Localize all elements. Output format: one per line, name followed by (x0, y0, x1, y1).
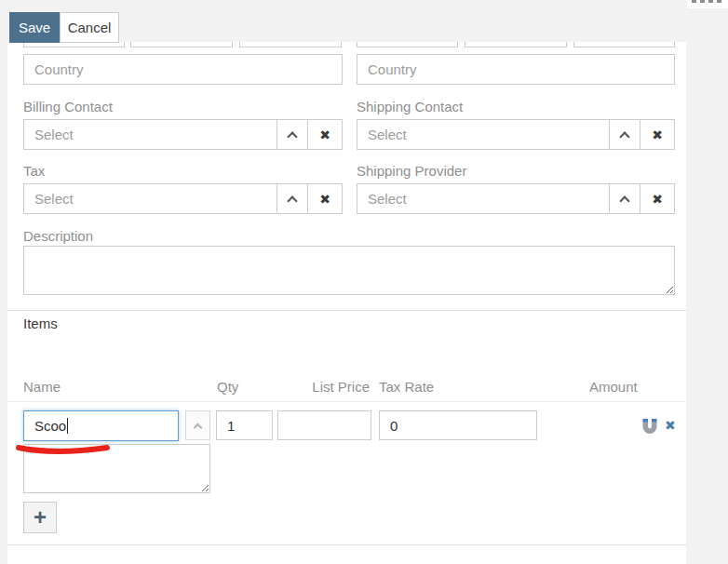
shipping-contact-clear-button[interactable]: ✖ (640, 120, 674, 149)
shipping-contact-value[interactable]: Select (357, 120, 609, 149)
item-name-value: Scoo (34, 418, 66, 434)
tax-select[interactable]: Select ✖ (23, 183, 343, 214)
chevron-up-icon (619, 131, 629, 141)
edit-form-page: Billing Contact Shipping Contact Select … (0, 0, 728, 564)
shipping-provider-clear-button[interactable]: ✖ (640, 184, 674, 213)
chevron-up-icon (194, 423, 203, 432)
item-tax-rate-input[interactable] (379, 410, 537, 440)
shipping-provider-lookup-button[interactable] (609, 184, 640, 213)
add-item-button[interactable]: + (23, 502, 57, 533)
clipped-address-input[interactable] (465, 42, 567, 47)
bottom-divider (7, 544, 686, 545)
shipping-provider-value[interactable]: Select (357, 184, 609, 213)
clear-x-icon: ✖ (652, 128, 663, 142)
cancel-button[interactable]: Cancel (60, 12, 119, 43)
column-header-name: Name (23, 379, 61, 395)
tax-lookup-button[interactable] (276, 184, 307, 213)
clear-x-icon: ✖ (319, 192, 330, 207)
items-section-title: Items (23, 316, 58, 331)
billing-contact-label: Billing Contact (23, 99, 113, 115)
billing-country-input[interactable] (23, 54, 343, 85)
billing-contact-select[interactable]: Select ✖ (23, 119, 343, 150)
chevron-up-icon (287, 195, 297, 206)
plus-icon: + (34, 504, 47, 530)
chevron-up-icon (287, 131, 297, 141)
billing-contact-clear-button[interactable]: ✖ (307, 120, 342, 149)
text-caret (67, 418, 68, 434)
form-panel: Billing Contact Shipping Contact Select … (7, 42, 686, 564)
tax-clear-button[interactable]: ✖ (307, 184, 342, 213)
clipped-address-input[interactable] (130, 42, 233, 47)
shipping-provider-select[interactable]: Select ✖ (357, 183, 675, 214)
magnet-icon[interactable] (640, 418, 659, 434)
billing-contact-lookup-button[interactable] (276, 120, 307, 149)
item-row-actions: ✖ (640, 410, 676, 440)
billing-contact-value[interactable]: Select (24, 120, 276, 149)
tax-label: Tax (23, 163, 45, 180)
item-name-input[interactable]: Scoo (23, 410, 179, 441)
shipping-provider-label: Shipping Provider (357, 163, 466, 180)
description-label: Description (23, 228, 93, 245)
clear-x-icon: ✖ (319, 128, 330, 142)
description-textarea[interactable] (23, 246, 675, 295)
clipped-address-input[interactable] (573, 42, 675, 47)
section-divider (7, 310, 686, 311)
shipping-contact-lookup-button[interactable] (609, 120, 640, 149)
item-qty-input[interactable] (216, 410, 273, 440)
shipping-country-input[interactable] (357, 54, 675, 85)
column-header-tax-rate: Tax Rate (379, 379, 434, 395)
shipping-contact-select[interactable]: Select ✖ (357, 119, 675, 150)
clear-x-icon: ✖ (652, 192, 663, 207)
chevron-up-icon (619, 195, 629, 206)
items-header-divider (7, 401, 686, 402)
tax-value[interactable]: Select (24, 184, 276, 213)
item-list-price-input[interactable] (277, 410, 371, 440)
remove-row-icon[interactable]: ✖ (665, 418, 676, 433)
column-header-list-price: List Price (277, 379, 370, 395)
item-name-dropdown-button[interactable] (185, 410, 210, 440)
clipped-address-input[interactable] (357, 42, 458, 47)
item-description-textarea[interactable] (23, 444, 210, 493)
column-header-amount: Amount (589, 379, 638, 395)
save-button[interactable]: Save (9, 12, 60, 43)
clipped-top-right-panel (687, 0, 728, 8)
clipped-address-input[interactable] (239, 42, 342, 47)
clipped-text-fragment (692, 0, 723, 3)
column-header-qty: Qty (217, 379, 238, 395)
shipping-contact-label: Shipping Contact (357, 99, 463, 115)
